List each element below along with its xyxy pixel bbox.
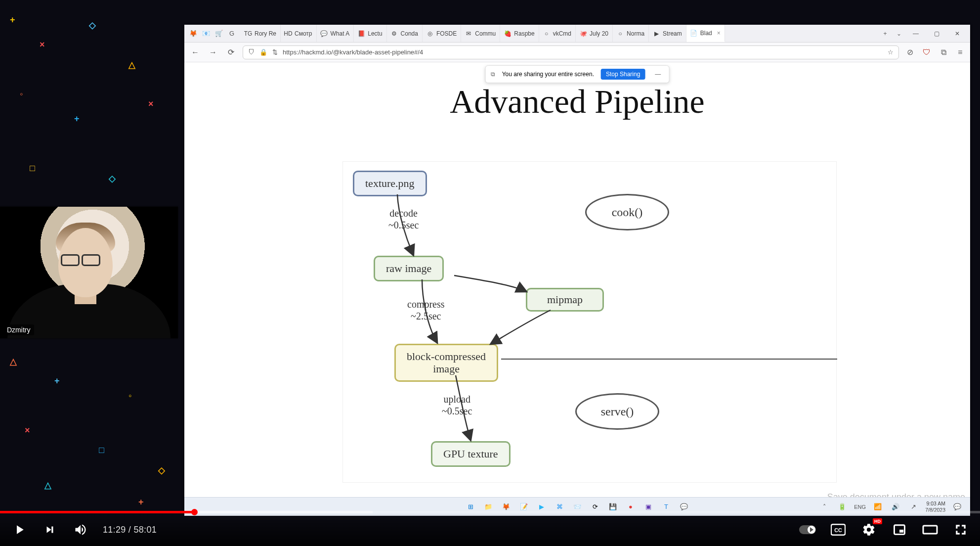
browser-tabs: TGRory Re HDСмотр 💬What A 📕Lectu ⚙Conda … [241,25,878,42]
diagram-separator [501,359,837,360]
play-button[interactable] [11,521,28,538]
close-tab-icon[interactable]: × [717,30,721,37]
diagram-node-raw: raw image [374,256,444,281]
diagram-node-block-compressed: block-compressedimage [394,344,498,382]
all-tabs-dropdown[interactable]: ⌄ [892,30,906,37]
pinned-tabs: 🦊 📧 🛒 G [184,29,241,39]
pipeline-diagram: texture.png raw image mipmap block-compr… [342,161,837,483]
browser-tab[interactable]: ○Norma [613,25,649,42]
browser-tab[interactable]: 💬What A [317,25,354,42]
minimize-sharebar-button[interactable]: — [652,71,664,78]
slide-title: Advanced Pipeline [184,82,970,121]
diagram-node-texture: texture.png [353,171,427,196]
url-text: https://hackmd.io/@kvark/blade-asset-pip… [283,48,423,56]
pinned-tab[interactable]: 🦊 [188,29,198,39]
hamburger-menu-icon[interactable]: ≡ [955,47,965,57]
theater-mode-button[interactable] [922,521,938,538]
window-close-button[interactable]: ✕ [947,26,967,41]
share-icon: ⧉ [491,71,495,78]
permission-icon[interactable]: ⇅ [272,48,278,56]
browser-tab[interactable]: TGRory Re [241,25,281,42]
diagram-label-decode: decode~0.5sec [388,207,419,231]
svg-rect-4 [923,526,937,534]
browser-viewport: ⧉ You are sharing your entire screen. St… [184,62,970,509]
svg-text:CC: CC [834,527,842,533]
browser-tab-strip: 🦊 📧 🛒 G TGRory Re HDСмотр 💬What A 📕Lectu… [184,25,970,43]
browser-tab[interactable]: HDСмотр [281,25,317,42]
mute-button[interactable] [72,521,89,538]
miniplayer-button[interactable] [891,521,908,538]
presenter-name-label: Dzmitry [3,324,34,335]
video-controls: 11:29 / 58:01 CC HD [0,513,980,546]
shared-firefox-window: 🦊 📧 🛒 G TGRory Re HDСмотр 💬What A 📕Lectu… [184,25,970,509]
diagram-node-gpu: GPU texture [431,441,511,467]
settings-button[interactable]: HD [860,521,877,538]
pinned-tab[interactable]: 🛒 [214,29,224,39]
diagram-call-serve: serve() [575,393,659,430]
browser-toolbar: ← → ⟳ ⛉ 🔒 ⇅ https://hackmd.io/@kvark/bla… [184,43,970,62]
next-video-button[interactable] [42,521,58,538]
browser-tab[interactable]: ✉Commu [461,25,500,42]
browser-tab[interactable]: ▶Stream [649,25,686,42]
browser-tab[interactable]: 🐙July 20 [576,25,613,42]
autoplay-toggle[interactable] [799,521,816,538]
fullscreen-button[interactable] [952,521,969,538]
browser-tab[interactable]: ○vkCmd [539,25,576,42]
captions-button[interactable]: CC [830,521,847,538]
shield-icon[interactable]: ⛉ [248,48,255,56]
time-display: 11:29 / 58:01 [103,525,157,535]
hd-badge: HD [873,518,882,524]
nav-forward-button[interactable]: → [207,46,219,58]
pinned-tab[interactable]: G [227,29,237,39]
presenter-webcam: Dzmitry [0,207,178,338]
svg-rect-3 [899,530,903,533]
diagram-call-cook: cook() [585,194,669,230]
extension-icon[interactable]: ⊘ [905,47,915,57]
url-bar[interactable]: ⛉ 🔒 ⇅ https://hackmd.io/@kvark/blade-ass… [243,46,899,59]
new-tab-button[interactable]: + [878,30,892,37]
share-message: You are sharing your entire screen. [502,71,594,78]
browser-tab[interactable]: ⚙Conda [387,25,423,42]
nav-back-button[interactable]: ← [189,46,201,58]
pinned-tab[interactable]: 📧 [201,29,211,39]
window-maximize-button[interactable]: ▢ [927,26,946,41]
window-controls: — ▢ ✕ [906,26,970,41]
diagram-node-mipmap: mipmap [526,288,604,312]
nav-reload-button[interactable]: ⟳ [225,46,237,58]
browser-tab-active[interactable]: 📄 Blad × [686,25,725,42]
extension-icon[interactable]: ⧉ [938,47,948,57]
browser-tab[interactable]: 📕Lectu [354,25,386,42]
screen-share-banner: ⧉ You are sharing your entire screen. St… [485,65,670,83]
stop-sharing-button[interactable]: Stop Sharing [601,69,645,80]
window-minimize-button[interactable]: — [906,26,926,41]
diagram-label-compress: compress~2.5sec [407,298,445,322]
diagram-label-upload: upload~0.5sec [442,393,472,417]
bookmark-star-icon[interactable]: ☆ [888,48,894,56]
browser-tab[interactable]: ◎FOSDE [423,25,461,42]
extension-icon[interactable]: 🛡 [922,47,932,57]
browser-tab[interactable]: 🍓Raspbe [500,25,539,42]
lock-icon[interactable]: 🔒 [259,48,267,56]
